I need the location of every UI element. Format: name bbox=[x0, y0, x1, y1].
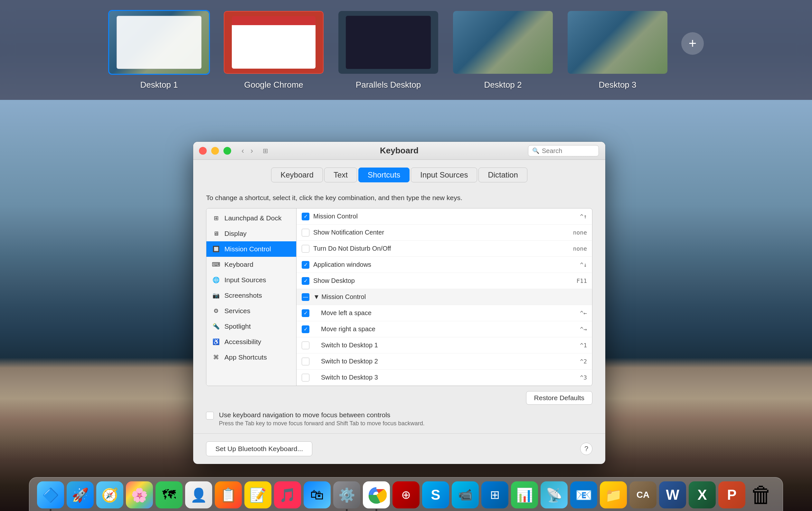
shortcut-label-section: ▼ Mission Control bbox=[313, 293, 583, 301]
dock-icon-windows[interactable]: ⊞ bbox=[481, 481, 509, 508]
sidebar-item-accessibility[interactable]: ♿ Accessibility bbox=[206, 334, 296, 350]
chrome-label: Google Chrome bbox=[244, 80, 303, 90]
dock-icon-airdrop[interactable]: 📡 bbox=[541, 481, 568, 508]
dock-icon-launchpad[interactable]: 🚀 bbox=[67, 481, 94, 508]
shortcut-row-mission-control[interactable]: ✓ Mission Control ^↑ bbox=[296, 209, 592, 224]
sidebar-item-mission-control[interactable]: 🔲 Mission Control bbox=[206, 241, 296, 257]
sidebar-item-spotlight[interactable]: 🔦 Spotlight bbox=[206, 319, 296, 334]
dock-icon-filesharing[interactable]: 📁 bbox=[600, 481, 627, 508]
shortcut-row-section[interactable]: — ▼ Mission Control bbox=[296, 289, 592, 305]
safari-dock-icon: 🧭 bbox=[102, 487, 118, 503]
desktop-thumbnail-chrome[interactable]: Google Chrome bbox=[223, 10, 324, 90]
window-minimize-button[interactable] bbox=[211, 147, 219, 155]
sidebar-item-keyboard[interactable]: ⌨ Keyboard bbox=[206, 257, 296, 272]
search-input[interactable] bbox=[542, 147, 595, 154]
dock-icon-excel[interactable]: X bbox=[689, 481, 716, 508]
shortcut-check-show-desktop[interactable]: ✓ bbox=[302, 277, 310, 285]
titlebar-nav: ‹ › ⊞ bbox=[239, 145, 271, 157]
dock-icon-music[interactable]: 🎵 bbox=[274, 481, 301, 508]
shortcut-row-move-right[interactable]: ✓ Move right a space ^→ bbox=[296, 321, 592, 337]
shortcut-row-show-desktop[interactable]: ✓ Show Desktop F11 bbox=[296, 273, 592, 289]
dock-icon-notes[interactable]: 📝 bbox=[244, 481, 271, 508]
shortcut-check-section[interactable]: — bbox=[302, 293, 310, 301]
search-box[interactable]: 🔍 bbox=[528, 145, 599, 156]
shortcut-row-switch-1[interactable]: Switch to Desktop 1 ^1 bbox=[296, 337, 592, 353]
window-close-button[interactable] bbox=[199, 147, 207, 155]
tab-dictation[interactable]: Dictation bbox=[478, 167, 527, 182]
desktop2-thumb-border bbox=[452, 10, 554, 75]
trash-dock-icon: 🗑 bbox=[750, 482, 773, 508]
sidebar-item-label-services: Services bbox=[224, 307, 251, 315]
dock-icon-trash[interactable]: 🗑 bbox=[748, 481, 775, 508]
dock-icon-photos[interactable]: 🌸 bbox=[126, 481, 153, 508]
desktop-thumbnail-parallels[interactable]: Parallels Desktop bbox=[338, 10, 439, 90]
sidebar-item-display[interactable]: 🖥 Display bbox=[206, 226, 296, 241]
dock-icon-safari[interactable]: 🧭 bbox=[96, 481, 123, 508]
dock-icon-activity[interactable]: 📊 bbox=[511, 481, 538, 508]
sidebar-item-label-launchpad: Launchpad & Dock bbox=[224, 214, 281, 222]
sidebar-item-launchpad[interactable]: ⊞ Launchpad & Dock bbox=[206, 210, 296, 226]
add-desktop-button[interactable]: + bbox=[681, 32, 704, 55]
sidebar-item-screenshots[interactable]: 📷 Screenshots bbox=[206, 288, 296, 303]
keyboard-nav-text: Use keyboard navigation to move focus be… bbox=[219, 411, 425, 427]
shortcut-label-notification: Show Notification Center bbox=[313, 229, 569, 236]
dock-icon-contacts[interactable]: 👤 bbox=[185, 481, 212, 508]
window-maximize-button[interactable] bbox=[224, 147, 231, 155]
shortcut-check-switch-2[interactable] bbox=[302, 358, 310, 366]
dock: 🔷 🚀 🧭 🌸 🗺 👤 📋 📝 🎵 🛍 ⚙️ bbox=[29, 477, 783, 511]
tab-shortcuts[interactable]: Shortcuts bbox=[358, 167, 410, 182]
desktop-thumbnail-desktop1[interactable]: Desktop 1 bbox=[108, 10, 210, 90]
forward-button[interactable]: › bbox=[248, 145, 256, 157]
restore-defaults-button[interactable]: Restore Defaults bbox=[526, 391, 592, 405]
desktop1-label: Desktop 1 bbox=[140, 80, 178, 90]
sidebar-item-app-shortcuts[interactable]: ⌘ App Shortcuts bbox=[206, 350, 296, 365]
dock-icon-outlook[interactable]: 📧 bbox=[570, 481, 597, 508]
shortcut-check-switch-3[interactable] bbox=[302, 374, 310, 381]
tabs-container: Keyboard Text Shortcuts Input Sources Di… bbox=[193, 160, 605, 188]
tab-input-sources[interactable]: Input Sources bbox=[411, 167, 477, 182]
dock-icon-ca[interactable]: CA bbox=[630, 481, 657, 508]
shortcut-check-app-windows[interactable]: ✓ bbox=[302, 261, 310, 269]
shortcut-row-notification[interactable]: Show Notification Center none bbox=[296, 224, 592, 241]
shortcut-check-switch-1[interactable] bbox=[302, 342, 310, 349]
contacts-dock-icon: 👤 bbox=[190, 487, 207, 503]
filesharing-dock-icon: 📁 bbox=[605, 487, 622, 503]
shortcut-row-switch-3[interactable]: Switch to Desktop 3 ^3 bbox=[296, 370, 592, 386]
dock-icon-word[interactable]: W bbox=[659, 481, 686, 508]
shortcut-check-move-left[interactable]: ✓ bbox=[302, 309, 310, 317]
dock-icon-chrome[interactable] bbox=[363, 481, 390, 508]
tab-text[interactable]: Text bbox=[324, 167, 357, 182]
desktop-thumbnail-desktop3[interactable]: Desktop 3 bbox=[567, 10, 668, 90]
sidebar-item-label-display: Display bbox=[224, 230, 246, 238]
desktop-thumbnail-desktop2[interactable]: Desktop 2 bbox=[452, 10, 554, 90]
dock-icon-skype[interactable]: S bbox=[422, 481, 449, 508]
shortcuts-panel: ⊞ Launchpad & Dock 🖥 Display 🔲 Mission C… bbox=[206, 208, 592, 386]
keyboard-nav-checkbox[interactable] bbox=[206, 412, 214, 420]
dock-icon-appstore[interactable]: 🛍 bbox=[303, 481, 331, 508]
help-button[interactable]: ? bbox=[580, 443, 592, 455]
shortcut-check-move-right[interactable]: ✓ bbox=[302, 325, 310, 333]
dock-icon-webex[interactable]: 📹 bbox=[452, 481, 479, 508]
grid-view-button[interactable]: ⊞ bbox=[260, 145, 271, 157]
shortcut-label-switch-2: Switch to Desktop 2 bbox=[313, 358, 576, 365]
shortcut-check-dnd[interactable] bbox=[302, 245, 310, 252]
bluetooth-keyboard-button[interactable]: Set Up Bluetooth Keyboard... bbox=[206, 441, 312, 456]
dock-icon-finder[interactable]: 🔷 bbox=[37, 481, 64, 508]
dock-icon-maps[interactable]: 🗺 bbox=[155, 481, 182, 508]
dock-icon-syspref[interactable]: ⚙️ bbox=[333, 481, 360, 508]
shortcut-check-mission-control[interactable]: ✓ bbox=[302, 213, 310, 220]
keyboard-nav-row: Use keyboard navigation to move focus be… bbox=[206, 411, 592, 427]
back-button[interactable]: ‹ bbox=[239, 145, 246, 157]
dock-icon-reminders[interactable]: 📋 bbox=[215, 481, 242, 508]
shortcut-check-notification[interactable] bbox=[302, 229, 310, 237]
tab-keyboard[interactable]: Keyboard bbox=[271, 167, 323, 182]
shortcut-row-switch-2[interactable]: Switch to Desktop 2 ^2 bbox=[296, 353, 592, 370]
shortcut-row-move-left[interactable]: ✓ Move left a space ^← bbox=[296, 305, 592, 321]
dock-icon-ppt[interactable]: P bbox=[718, 481, 745, 508]
sidebar-item-services[interactable]: ⚙ Services bbox=[206, 303, 296, 319]
sidebar-item-input-sources[interactable]: 🌐 Input Sources bbox=[206, 272, 296, 288]
shortcut-row-app-windows[interactable]: ✓ Application windows ^↓ bbox=[296, 257, 592, 273]
shortcut-label-move-left: Move left a space bbox=[313, 309, 576, 317]
shortcut-row-dnd[interactable]: Turn Do Not Disturb On/Off none bbox=[296, 241, 592, 257]
dock-icon-parallels[interactable]: ⊕ bbox=[393, 481, 419, 508]
